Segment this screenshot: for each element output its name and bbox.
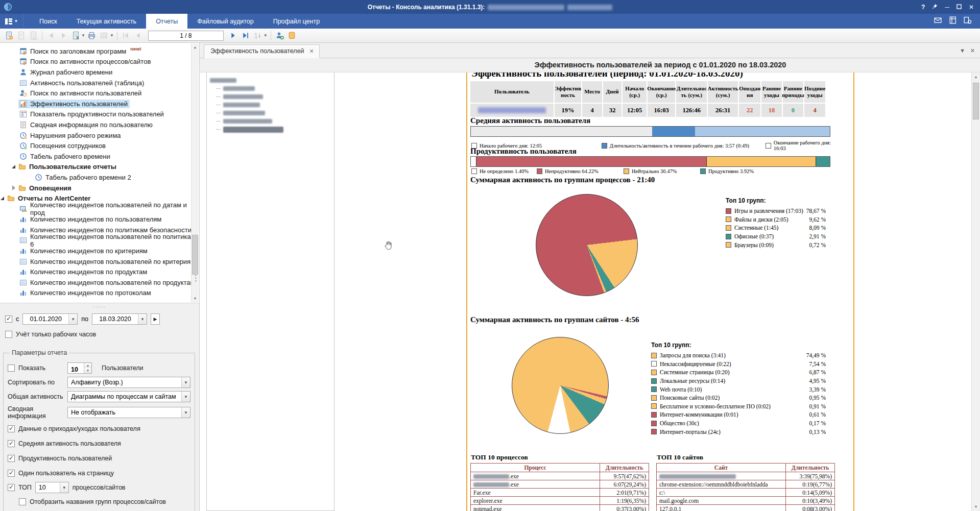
tree-item[interactable]: Посещения сотрудников	[0, 140, 199, 151]
last-page-button[interactable]	[240, 30, 251, 41]
show-count-stepper[interactable]: 10 ▲▼	[67, 362, 92, 374]
tree-item[interactable]: Табель рабочего времени 2	[0, 172, 199, 183]
chevron-down-icon[interactable]: ▼	[81, 33, 85, 38]
table-view-button[interactable]	[99, 30, 110, 41]
top-n-select[interactable]: 10 ▼	[35, 482, 69, 493]
param-checkbox-4[interactable]	[8, 470, 15, 477]
chevron-down-icon[interactable]: ▼	[264, 33, 268, 38]
tree-item[interactable]: Показатель продуктивности пользователей	[0, 109, 199, 120]
sort-button[interactable]: AЯ	[252, 30, 264, 41]
tree-item[interactable]: Сводная информация по пользователю	[0, 119, 199, 130]
maximize-icon[interactable]	[957, 4, 962, 10]
prev-page-button[interactable]	[133, 30, 144, 41]
menu-tab-4[interactable]: Файловый аудитор	[187, 14, 263, 29]
tree-scrollbar[interactable]: ▲ ▼	[191, 43, 199, 302]
page-indicator-input[interactable]	[148, 31, 224, 41]
send-report-icon[interactable]	[934, 16, 942, 27]
date-filter-checkbox[interactable]	[5, 315, 12, 323]
pin-icon[interactable]	[932, 4, 938, 10]
tree-item[interactable]: Количество инцидентов пользователей по п…	[0, 235, 199, 246]
export-excel-button[interactable]: X	[70, 30, 81, 41]
tree-item[interactable]: Эффективность пользователей	[0, 99, 199, 109]
chevron-down-icon[interactable]: ▼	[960, 47, 965, 54]
date-to-input[interactable]: 18.03.2020 ▼	[92, 313, 147, 325]
scroll-down-icon[interactable]: ▼	[192, 295, 199, 302]
chevron-down-icon[interactable]: ▼	[138, 314, 147, 324]
tree-item[interactable]: Пользовательские отчеты	[0, 162, 199, 173]
param-checkbox-2[interactable]	[8, 440, 15, 447]
scroll-down-icon[interactable]: ▼	[972, 502, 980, 511]
viewer-scrollbar[interactable]: ▲ ▼	[971, 72, 980, 511]
close-tab-icon[interactable]: ✕	[309, 48, 314, 55]
tree-scrollbar-thumb[interactable]	[192, 235, 198, 275]
tree-item[interactable]: !Количество инцидентов пользователей по …	[0, 204, 199, 214]
chevron-down-icon[interactable]: ▼	[60, 482, 68, 493]
tree-item[interactable]: Поиск по заголовкам программnew!	[0, 46, 199, 57]
tree-item[interactable]: Поиск по активности пользователей	[0, 88, 199, 99]
tree-item[interactable]: Нарушения рабочего режима	[0, 130, 199, 141]
db-settings-button[interactable]	[286, 30, 298, 41]
splitter-handle[interactable]: .....	[0, 303, 199, 309]
close-icon[interactable]: ✕	[970, 47, 975, 54]
print-button[interactable]	[86, 30, 98, 41]
chevron-down-icon[interactable]: ▼	[68, 314, 77, 324]
user-list-item[interactable]	[210, 109, 331, 117]
date-from-input[interactable]: 01.01.2020 ▼	[22, 313, 78, 325]
tree-item[interactable]: Поиск по активности процессов/сайтов	[0, 57, 199, 67]
scroll-up-icon[interactable]: ▲	[972, 72, 980, 81]
scroll-up-icon[interactable]: ▲	[192, 43, 199, 51]
back-button[interactable]	[45, 30, 57, 41]
report-refresh-button[interactable]	[28, 30, 39, 41]
close-icon[interactable]: ✕	[969, 4, 974, 10]
address-book-icon[interactable]	[948, 16, 957, 27]
tree-item[interactable]: Количество инцидентов по протоколам	[0, 288, 199, 299]
group-names-checkbox[interactable]	[19, 498, 26, 505]
user-list-item[interactable]	[210, 85, 331, 92]
menu-tab-3[interactable]: Отчеты	[146, 14, 187, 29]
sort-by-select[interactable]: Алфавиту (Возр.) ▼	[67, 377, 190, 388]
sidebar-resize-grip[interactable]: ⋮	[192, 277, 200, 280]
chevron-down-icon[interactable]: ▼	[181, 392, 190, 402]
top-n-checkbox[interactable]	[8, 484, 15, 491]
expander-open-icon[interactable]	[11, 164, 16, 169]
report-settings-icon[interactable]	[963, 16, 972, 27]
menu-tab-2[interactable]: Текущая активность	[67, 14, 146, 29]
overall-activity-select[interactable]: Диаграммы по процессам и сайтам ▼	[67, 391, 190, 402]
user-list-item[interactable]	[210, 93, 331, 101]
work-hours-check[interactable]	[5, 331, 12, 338]
expander-closed-icon[interactable]	[11, 185, 16, 190]
app-menu-button[interactable]: ▼	[0, 14, 23, 29]
tree-item[interactable]: Оповещения	[0, 183, 199, 193]
chevron-down-icon[interactable]: ▼	[181, 407, 190, 418]
tree-item[interactable]: Активность пользователей (таблица)	[0, 78, 199, 88]
user-link-button[interactable]	[274, 30, 285, 41]
user-list-item[interactable]	[210, 126, 331, 133]
first-page-button[interactable]	[121, 30, 132, 41]
chevron-down-icon[interactable]: ▼	[181, 377, 190, 387]
user-list-item[interactable]	[210, 77, 331, 84]
user-list-item[interactable]	[210, 101, 331, 109]
tree-item[interactable]: Количество инцидентов пользователей по п…	[0, 277, 199, 288]
viewer-scrollbar-thumb[interactable]	[973, 83, 979, 119]
tree-item[interactable]: Количество инцидентов по продуктам	[0, 266, 199, 277]
show-count-checkbox[interactable]	[8, 364, 15, 372]
param-checkbox-1[interactable]	[8, 425, 15, 432]
tree-item[interactable]: Табель рабочего времени	[0, 151, 199, 162]
minimize-icon[interactable]: ─	[945, 4, 949, 10]
tree-item[interactable]: Количество инцидентов пользователей по к…	[0, 256, 199, 267]
forward-button[interactable]	[58, 30, 69, 41]
next-page-button[interactable]	[228, 30, 239, 41]
spin-up-icon[interactable]: ▲	[84, 363, 91, 368]
document-tab-efficiency[interactable]: Эффективность пользователей ✕	[204, 44, 320, 58]
menu-tab-1[interactable]: Поиск	[30, 14, 67, 29]
tree-item[interactable]: Журнал рабочего времени	[0, 67, 199, 78]
new-report-button[interactable]	[3, 30, 14, 41]
help-icon[interactable]: ?	[921, 4, 925, 10]
param-checkbox-3[interactable]	[8, 455, 15, 462]
chevron-down-icon[interactable]: ▼	[110, 33, 114, 38]
summary-info-select[interactable]: Не отображать ▼	[67, 407, 190, 418]
menu-tab-5[interactable]: Профайл центр	[264, 14, 329, 29]
spin-down-icon[interactable]: ▼	[84, 368, 91, 373]
report-open-button[interactable]	[15, 30, 27, 41]
expander-open-icon[interactable]	[0, 196, 5, 201]
